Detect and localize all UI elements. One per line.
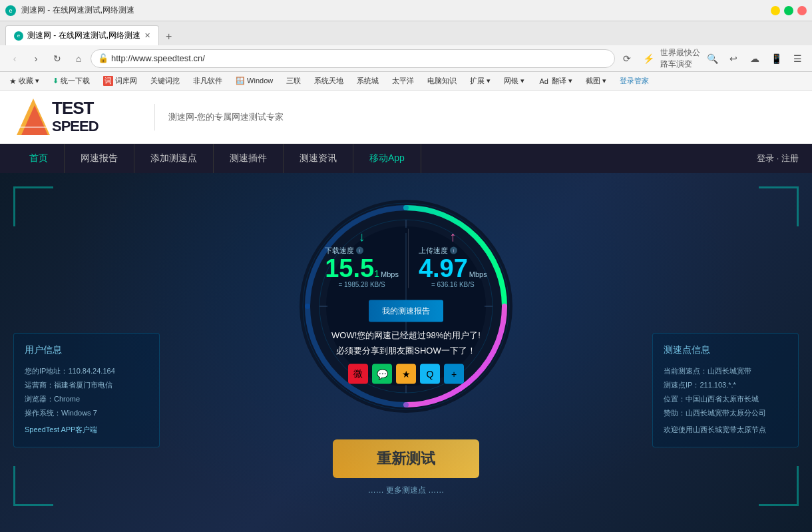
bookmark-extend[interactable]: 扩展 ▾ (466, 75, 495, 87)
mobile-icon[interactable]: 📱 (767, 49, 785, 68)
tab-close-btn[interactable]: ✕ (144, 31, 150, 40)
url-display: http://www.speedtest.cn/ (111, 53, 205, 63)
server-welcome: 欢迎使用山西长城宽带太原节点 (664, 423, 787, 437)
server-current: 当前测速点：山西长城宽带 (664, 364, 787, 378)
bookmark-software[interactable]: 非凡软件 (189, 75, 226, 87)
plus-share-btn[interactable]: + (444, 364, 464, 384)
bookmark-pacific[interactable]: 太平洋 (388, 75, 418, 87)
weibo-share-btn[interactable]: 微 (348, 364, 368, 384)
site-logo: TEST SPEED (13, 95, 146, 138)
cloud-icon[interactable]: ☁ (745, 49, 764, 68)
nav-report[interactable]: 网速报告 (65, 144, 134, 173)
upload-arrow-icon: ↑ (419, 229, 487, 244)
bookmark-keyword[interactable]: 关键词挖 (146, 75, 184, 87)
nav-home[interactable]: 首页 (13, 144, 65, 173)
bookmark-sys[interactable]: 系统天地 (310, 75, 347, 87)
toolbar: ‹ › ↻ ⌂ 🔓 http://www.speedtest.cn/ ⟳ ⚡ 世… (0, 45, 812, 72)
upload-value-row: 4.97 Mbps (419, 256, 487, 281)
browser-frame: e 测速网 - 在线网速测试,网络测速 e 测速网 - 在线网速测试,网络测速 … (0, 0, 812, 532)
new-tab-button[interactable]: + (159, 28, 178, 45)
site-nav: 首页 网速报告 添加测速点 测速插件 测速资讯 移动App 登录 · 注册 (0, 144, 812, 173)
more-nodes[interactable]: …… 更多测速点 …… (368, 485, 445, 496)
bookmark-login[interactable]: 登录管家 (616, 75, 653, 87)
bookmark-download[interactable]: ⬇统一下载 (49, 75, 94, 87)
main-content: 用户信息 您的IP地址：110.84.24.164 运营商：福建省厦门市电信 浏… (0, 173, 812, 532)
active-tab[interactable]: e 测速网 - 在线网速测试,网络测速 ✕ (5, 25, 159, 45)
nav-plugin[interactable]: 测速插件 (214, 144, 284, 173)
flash-icon[interactable]: ⚡ (639, 49, 658, 68)
retest-button[interactable]: 重新测试 (333, 439, 479, 478)
download-value: 15.5 (325, 256, 374, 281)
bookmark-screenshot[interactable]: 截图 ▾ (582, 75, 610, 87)
user-ip: 您的IP地址：110.84.24.164 (25, 364, 148, 378)
speed-row: ↓ 下载速度 i 15.5 1 Mbps = 198 (323, 229, 489, 288)
maximize-btn[interactable] (784, 6, 793, 15)
user-isp: 运营商：福建省厦门市电信 (25, 378, 148, 392)
user-app: SpeedTest APP客户端 (25, 423, 148, 437)
toolbar-right: ⟳ ⚡ 世界最快公路车演变 🔍 ↩ ☁ 📱 ☰ (618, 49, 807, 68)
browser-title: 测速网 - 在线网速测试,网络测速 (21, 5, 134, 16)
server-location: 位置：中国山西省太原市长城 (664, 392, 787, 406)
speed-divider (408, 229, 409, 288)
window-controls (771, 6, 807, 15)
lock-icon: 🔓 (98, 53, 108, 63)
browser-favicon: e (5, 5, 16, 16)
wow-text: WOW!您的网速已经超过98%的用户了! 必须要分享到朋友圈SHOW一下了！ (331, 328, 481, 359)
website-content: TEST SPEED 测速网-您的专属网速测试专家 首页 网速报告 添加测速点 … (0, 91, 812, 532)
nav-news[interactable]: 测速资讯 (284, 144, 353, 173)
tab-bar: e 测速网 - 在线网速测试,网络测速 ✕ + (0, 21, 812, 45)
close-btn[interactable] (797, 6, 807, 15)
tab-title: 测速网 - 在线网速测试,网络测速 (27, 30, 140, 41)
speedometer: ↓ 下载速度 i 15.5 1 Mbps = 198 (286, 186, 526, 426)
upload-col: ↑ 上传速度 i 4.97 Mbps = 636.16 KB/S (419, 229, 487, 288)
nav-login[interactable]: 登录 · 注册 (757, 152, 799, 164)
home-button[interactable]: ⌂ (69, 49, 88, 68)
user-info-title: 用户信息 (25, 344, 148, 356)
corner-bl (13, 466, 53, 506)
minimize-btn[interactable] (771, 6, 780, 15)
download-unit: Mbps (381, 270, 399, 278)
corner-br (759, 466, 799, 506)
download-info-icon: i (356, 247, 363, 254)
download-arrow-icon: ↓ (325, 229, 399, 244)
user-os: 操作系统：Windows 7 (25, 406, 148, 420)
upload-value: 4.97 (419, 256, 468, 281)
bookmarks-bar: ★收藏 ▾ ⬇统一下载 词词库网 关键词挖 非凡软件 🪟 Window 三联 系… (0, 72, 812, 91)
qq-share-btn[interactable]: Q (420, 364, 440, 384)
star-share-btn[interactable]: ★ (396, 364, 416, 384)
bookmark-syscity[interactable]: 系统城 (353, 75, 383, 87)
corner-tl (13, 186, 53, 226)
nav-add[interactable]: 添加测速点 (134, 144, 214, 173)
search-icon[interactable]: 🔍 (703, 49, 721, 68)
header-divider (154, 104, 155, 131)
speed-inner-box: ↓ 下载速度 i 15.5 1 Mbps = 198 (323, 229, 489, 384)
menu-icon[interactable]: ☰ (788, 49, 807, 68)
download-col: ↓ 下载速度 i 15.5 1 Mbps = 198 (325, 229, 399, 288)
back-button[interactable]: ‹ (5, 49, 24, 68)
bookmark-windows[interactable]: 🪟 Window (232, 75, 277, 87)
bookmark-3[interactable]: 三联 (282, 75, 305, 87)
server-sponsor: 赞助：山西长城宽带太原分公司 (664, 406, 787, 420)
bookmark-pc[interactable]: 电脑知识 (423, 75, 461, 87)
bookmark-translate[interactable]: Ad 翻译 ▾ (534, 75, 576, 87)
corner-tr (759, 186, 799, 226)
server-info-box: 测速点信息 当前测速点：山西长城宽带 测速点IP：211.103.*.* 位置：… (652, 333, 799, 447)
upload-unit: Mbps (469, 270, 487, 278)
report-button[interactable]: 我的测速报告 (369, 300, 443, 322)
bookmark-favorites[interactable]: ★收藏 ▾ (5, 75, 43, 87)
svg-text:SPEED: SPEED (52, 118, 99, 134)
bookmark-dict[interactable]: 词词库网 (99, 75, 141, 87)
address-bar[interactable]: 🔓 http://www.speedtest.cn/ (91, 49, 615, 68)
search-box[interactable]: 世界最快公路车演变 (660, 49, 700, 68)
refresh-circle-icon[interactable]: ⟳ (618, 49, 636, 68)
title-bar: e 测速网 - 在线网速测试,网络测速 (0, 0, 812, 21)
social-icons: 微 💬 ★ Q + (348, 364, 464, 384)
nav-mobile[interactable]: 移动App (353, 144, 421, 173)
wechat-share-btn[interactable]: 💬 (372, 364, 392, 384)
server-ip: 测速点IP：211.103.*.* (664, 378, 787, 392)
forward-button[interactable]: › (27, 49, 45, 68)
user-browser: 浏览器：Chrome (25, 392, 148, 406)
refresh-button[interactable]: ↻ (48, 49, 67, 68)
undo-icon[interactable]: ↩ (724, 49, 743, 68)
bookmark-bank[interactable]: 网银 ▾ (500, 75, 528, 87)
